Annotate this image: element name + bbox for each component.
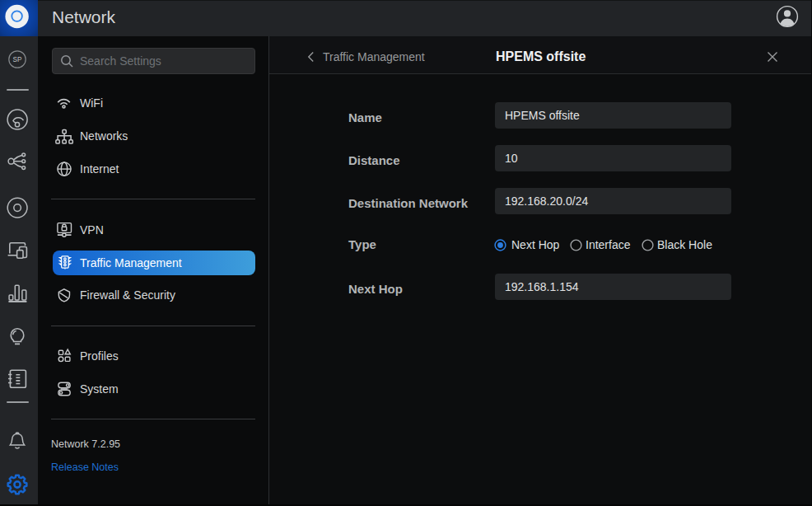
svg-text:SP: SP xyxy=(13,56,22,63)
